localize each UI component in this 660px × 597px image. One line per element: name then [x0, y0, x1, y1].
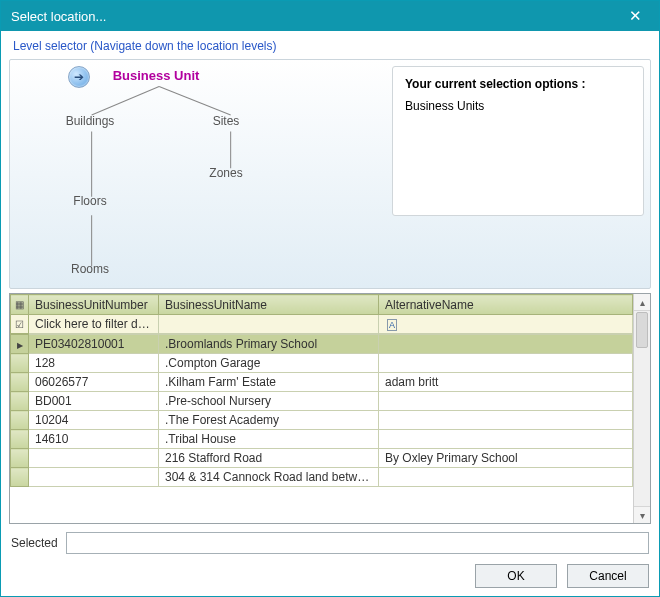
cell-name[interactable]: .Broomlands Primary School: [159, 335, 379, 354]
selected-label: Selected: [11, 536, 58, 550]
cell-alt[interactable]: By Oxley Primary School: [379, 449, 633, 468]
scroll-up-icon[interactable]: ▴: [634, 294, 650, 311]
grid-corner-icon[interactable]: ▦: [11, 295, 29, 315]
cell-num[interactable]: 128: [29, 354, 159, 373]
svg-line-0: [92, 86, 159, 115]
cell-alt[interactable]: [379, 335, 633, 354]
window-title: Select location...: [11, 9, 617, 24]
cell-name[interactable]: 304 & 314 Cannock Road land between: [159, 468, 379, 487]
row-header[interactable]: [11, 449, 29, 468]
row-header[interactable]: [11, 335, 29, 354]
cell-num[interactable]: [29, 449, 159, 468]
current-selection-value: Business Units: [405, 99, 631, 113]
cell-name[interactable]: .Tribal House: [159, 430, 379, 449]
table-row[interactable]: 216 Stafford RoadBy Oxley Primary School: [11, 449, 633, 468]
cell-num[interactable]: 10204: [29, 411, 159, 430]
tree-lines: [16, 66, 384, 289]
cell-num[interactable]: 06026577: [29, 373, 159, 392]
ok-button[interactable]: OK: [475, 564, 557, 588]
grid-body: PE03402810001.Broomlands Primary School1…: [10, 334, 633, 487]
row-header[interactable]: [11, 411, 29, 430]
current-selection-panel: Your current selection options : Busines…: [392, 66, 644, 216]
cell-alt[interactable]: adam britt: [379, 373, 633, 392]
filter-alternative-name[interactable]: A: [379, 315, 633, 334]
cell-num[interactable]: [29, 468, 159, 487]
node-rooms[interactable]: Rooms: [71, 262, 109, 276]
cell-name[interactable]: .The Forest Academy: [159, 411, 379, 430]
cell-num[interactable]: BD001: [29, 392, 159, 411]
level-selector-panel: ➔ Business Unit Buildings Sites Floors R…: [9, 59, 651, 289]
cell-name[interactable]: .Kilham Farm' Estate: [159, 373, 379, 392]
scroll-thumb[interactable]: [636, 312, 648, 348]
node-business-unit[interactable]: Business Unit: [113, 68, 200, 83]
node-sites[interactable]: Sites: [213, 114, 240, 128]
table-row[interactable]: PE03402810001.Broomlands Primary School: [11, 335, 633, 354]
select-location-dialog: Select location... ✕ Level selector (Nav…: [0, 0, 660, 597]
cell-name[interactable]: .Compton Garage: [159, 354, 379, 373]
table-row[interactable]: 10204.The Forest Academy: [11, 411, 633, 430]
row-header[interactable]: [11, 392, 29, 411]
filter-business-unit-name[interactable]: [159, 315, 379, 334]
grid-header: ▦ BusinessUnitNumber BusinessUnitName Al…: [10, 294, 633, 334]
row-header[interactable]: [11, 373, 29, 392]
cell-num[interactable]: 14610: [29, 430, 159, 449]
table-row[interactable]: 304 & 314 Cannock Road land between: [11, 468, 633, 487]
node-zones[interactable]: Zones: [209, 166, 242, 180]
row-header[interactable]: [11, 354, 29, 373]
col-alternative-name[interactable]: AlternativeName: [379, 295, 633, 315]
level-selector-legend: Level selector (Navigate down the locati…: [9, 37, 651, 55]
selected-row: Selected: [9, 528, 651, 556]
close-icon[interactable]: ✕: [617, 7, 653, 25]
node-floors[interactable]: Floors: [73, 194, 106, 208]
row-header[interactable]: [11, 468, 29, 487]
cell-name[interactable]: .Pre-school Nursery: [159, 392, 379, 411]
cell-alt[interactable]: [379, 354, 633, 373]
node-buildings[interactable]: Buildings: [66, 114, 115, 128]
scroll-down-icon[interactable]: ▾: [634, 506, 650, 523]
dialog-content: Level selector (Navigate down the locati…: [1, 31, 659, 596]
filter-icon[interactable]: ☑: [11, 315, 29, 334]
col-business-unit-number[interactable]: BusinessUnitNumber: [29, 295, 159, 315]
cancel-button[interactable]: Cancel: [567, 564, 649, 588]
selected-input[interactable]: [66, 532, 649, 554]
grid-vertical-scrollbar[interactable]: ▴ ▾: [633, 294, 650, 523]
cell-alt[interactable]: [379, 392, 633, 411]
cell-alt[interactable]: [379, 411, 633, 430]
cell-num[interactable]: PE03402810001: [29, 335, 159, 354]
table-row[interactable]: 14610.Tribal House: [11, 430, 633, 449]
dialog-buttons: OK Cancel: [9, 560, 651, 588]
table-row[interactable]: 128.Compton Garage: [11, 354, 633, 373]
cell-alt[interactable]: [379, 430, 633, 449]
svg-line-1: [159, 86, 231, 115]
cell-alt[interactable]: [379, 468, 633, 487]
filter-row[interactable]: ☑ Click here to filter data...A A: [11, 315, 633, 334]
col-business-unit-name[interactable]: BusinessUnitName: [159, 295, 379, 315]
titlebar[interactable]: Select location... ✕: [1, 1, 659, 31]
cell-name[interactable]: 216 Stafford Road: [159, 449, 379, 468]
filter-business-unit-number[interactable]: Click here to filter data...A: [29, 315, 159, 334]
results-grid: ▦ BusinessUnitNumber BusinessUnitName Al…: [9, 293, 651, 524]
level-tree: ➔ Business Unit Buildings Sites Floors R…: [16, 66, 384, 282]
table-row[interactable]: BD001.Pre-school Nursery: [11, 392, 633, 411]
row-header[interactable]: [11, 430, 29, 449]
table-row[interactable]: 06026577.Kilham Farm' Estateadam britt: [11, 373, 633, 392]
current-selection-header: Your current selection options :: [405, 77, 631, 91]
